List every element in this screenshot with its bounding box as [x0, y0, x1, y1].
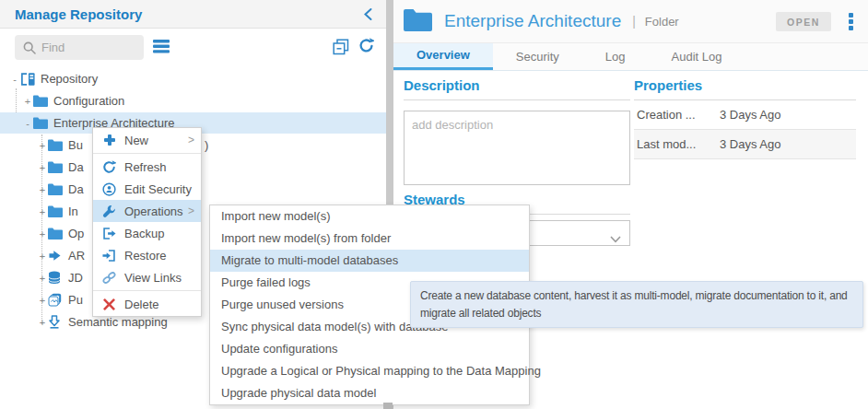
database-icon	[48, 271, 65, 285]
tab-bar: Overview Security Log Audit Log	[393, 43, 868, 71]
arrow-icon	[48, 250, 65, 262]
delete-x-icon	[101, 298, 117, 310]
menu-item-operations[interactable]: Operations >	[93, 200, 201, 222]
tree-item-label: Pu	[68, 293, 83, 307]
search-box[interactable]	[15, 35, 144, 60]
download-arrow-icon	[48, 315, 65, 329]
folder-icon	[48, 228, 65, 240]
collapse-all-icon[interactable]	[333, 39, 349, 59]
layers-icon	[48, 293, 65, 307]
open-button[interactable]: OPEN	[776, 12, 831, 31]
menu-item-label: Backup	[124, 227, 164, 240]
tab-audit-log[interactable]: Audit Log	[649, 43, 745, 70]
tree-item-label: Da	[68, 182, 84, 196]
menu-item-edit-security[interactable]: Edit Security	[93, 178, 201, 200]
collapse-panel-icon[interactable]	[363, 7, 373, 25]
expand-expander-icon[interactable]: +	[37, 317, 48, 328]
wrench-icon	[101, 204, 117, 218]
expand-expander-icon[interactable]: +	[37, 295, 48, 306]
menu-item-backup[interactable]: Backup	[93, 222, 201, 244]
property-key: Last mod...	[637, 137, 720, 151]
folder-icon	[33, 95, 51, 107]
folder-icon	[33, 117, 51, 129]
submenu-item-import-from-folder[interactable]: Import new model(s) from folder	[210, 228, 529, 250]
expand-expander-icon[interactable]: +	[37, 251, 48, 262]
submenu-item-import-new-models[interactable]: Import new model(s)	[210, 205, 529, 228]
description-input[interactable]	[404, 111, 630, 185]
property-row: Last mod... 3 Days Ago	[634, 130, 856, 159]
folder-icon	[404, 8, 432, 35]
tree-item-label: Repository	[41, 72, 98, 86]
menu-item-new[interactable]: New >	[93, 129, 201, 151]
tree-item-label: Configuration	[53, 94, 124, 108]
expand-expander-icon[interactable]: +	[37, 206, 48, 217]
tree-item-configuration[interactable]: + Configuration	[0, 90, 386, 111]
links-icon	[101, 271, 117, 285]
scrollbar-thumb[interactable]	[383, 403, 393, 409]
tooltip: Create a new database content, harvest i…	[410, 281, 863, 328]
folder-icon	[48, 205, 65, 217]
expand-expander-icon[interactable]: +	[37, 184, 48, 195]
object-type-label: Folder	[645, 15, 679, 29]
search-icon	[23, 41, 36, 54]
expand-expander-icon[interactable]: +	[22, 96, 33, 107]
folder-icon	[48, 183, 65, 195]
context-menu: New > Refresh Edit Security Operations >…	[92, 127, 202, 317]
menu-item-label: Restore	[124, 249, 167, 263]
tree-item-repository[interactable]: - Repository	[0, 68, 386, 89]
description-heading: Description	[404, 77, 630, 100]
detail-panel-header: Enterprise Architecture | Folder OPEN	[393, 0, 868, 43]
repository-panel-header: Manage Repository	[0, 0, 386, 29]
submenu-arrow-icon: >	[188, 134, 194, 146]
property-row: Creation ... 3 Days Ago	[634, 100, 856, 130]
menu-item-restore[interactable]: Restore	[93, 244, 201, 266]
refresh-tree-icon[interactable]	[358, 38, 374, 57]
tree-item-label: Semantic mapping	[68, 315, 168, 329]
expand-expander-icon[interactable]: +	[37, 228, 48, 240]
menu-item-view-links[interactable]: View Links	[93, 266, 201, 288]
submenu-item-upgrade-physical-model[interactable]: Upgrade physical data model	[210, 382, 529, 404]
tree-item-label: JD	[68, 271, 83, 285]
menu-item-label: Refresh	[124, 160, 167, 174]
import-icon	[101, 249, 117, 263]
menu-icon[interactable]	[153, 40, 170, 57]
collapse-expander-icon[interactable]: -	[9, 74, 20, 85]
tab-log[interactable]: Log	[582, 43, 649, 70]
folder-icon	[48, 139, 65, 151]
chevron-down-icon	[610, 230, 621, 247]
export-icon	[101, 227, 117, 240]
menu-item-delete[interactable]: Delete	[93, 293, 201, 315]
folder-icon	[48, 161, 65, 173]
submenu-arrow-icon: >	[188, 204, 194, 217]
menu-separator	[93, 153, 201, 154]
menu-item-label: Operations	[124, 204, 183, 218]
tab-security[interactable]: Security	[493, 43, 582, 70]
tree-item-label: Da	[68, 160, 84, 174]
expand-expander-icon[interactable]: +	[37, 140, 48, 151]
collapse-expander-icon[interactable]: -	[22, 118, 33, 129]
tree-item-label: Op	[68, 227, 84, 240]
tree-item-label: AR	[68, 249, 85, 263]
property-value: 3 Days Ago	[720, 108, 781, 122]
menu-item-label: Edit Security	[124, 182, 192, 196]
tree-item-label: In	[68, 204, 78, 218]
tree-item-label: Bu	[68, 138, 83, 152]
menu-separator	[93, 290, 201, 291]
refresh-icon	[101, 160, 117, 174]
submenu-item-upgrade-mapping[interactable]: Upgrade a Logical or Physical mapping to…	[210, 360, 529, 382]
tree-toolbar	[0, 34, 386, 62]
menu-item-label: Delete	[124, 298, 159, 311]
kebab-menu-icon[interactable]	[849, 13, 854, 35]
expand-expander-icon[interactable]: +	[37, 162, 48, 173]
tree-item-label-suffix: )	[205, 138, 208, 152]
properties-heading: Properties	[634, 77, 856, 100]
tab-overview[interactable]: Overview	[393, 43, 493, 70]
expand-expander-icon[interactable]: +	[37, 273, 48, 284]
property-key: Creation ...	[637, 108, 720, 122]
submenu-item-migrate-multi-model[interactable]: Migrate to multi-model databases	[210, 250, 529, 272]
user-circle-icon	[101, 182, 117, 196]
search-input[interactable]	[41, 41, 134, 54]
panel-title: Manage Repository	[15, 6, 142, 22]
submenu-item-update-configurations[interactable]: Update configurations	[210, 338, 529, 360]
menu-item-refresh[interactable]: Refresh	[93, 156, 201, 178]
